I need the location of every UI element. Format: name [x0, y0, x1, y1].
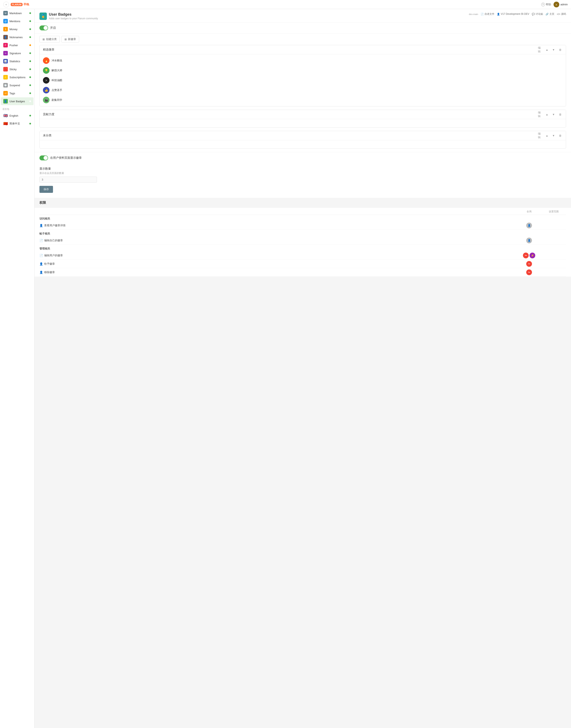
sidebar-label-statistics: Statistics: [9, 60, 20, 63]
home-link[interactable]: 🔗 主页: [546, 12, 554, 16]
edit-category-btn-featured[interactable]: 编辑: [538, 47, 543, 52]
sidebar-item-chinese[interactable]: 🇨🇳 简体中文: [1, 120, 33, 128]
badge-avatar-badge4: 👍: [43, 87, 49, 94]
admin-button[interactable]: a admin: [554, 2, 568, 7]
help-button[interactable]: ? 帮助: [541, 3, 551, 6]
help-label: 帮助: [546, 3, 551, 6]
sidebar-item-user-badges[interactable]: 👤 User Badges: [1, 97, 33, 105]
bottom-section: 在用户资料页面显示徽章: [34, 152, 571, 167]
status-dot-mentions: [29, 20, 31, 22]
dev-link[interactable]: 👤 V17 Development 和 DEV: [497, 12, 529, 16]
status-dot-markdown: [29, 12, 31, 14]
move-down-btn-contribution[interactable]: ▼: [551, 112, 556, 117]
badge-list-featured: 🔥 冲水教练 💡 解惑大师 > 科技油醋 👍 点赞圣手: [40, 54, 566, 106]
perm-circle-edit-user-badge-1[interactable]: ⚡: [530, 253, 535, 258]
flag-icon-chinese: 🇨🇳: [3, 121, 8, 126]
source-icon: </>: [557, 13, 560, 16]
new-badge-button[interactable]: ⊞ 新徽章: [62, 36, 79, 42]
logo-area: FLARUM 早晚: [11, 3, 29, 6]
docs-link[interactable]: 📄 自述文件: [481, 12, 494, 16]
sidebar-item-english[interactable]: 🇬🇧 English: [1, 112, 33, 120]
badge-name-badge2: 解惑大师: [51, 69, 62, 72]
edit-category-btn-contribution[interactable]: 编辑: [538, 112, 543, 117]
sidebar-item-money[interactable]: $ Money: [1, 25, 33, 33]
language-section-label: 语言包: [0, 106, 34, 112]
discuss-link[interactable]: 💬 讨论贴: [532, 12, 543, 16]
admin-label: admin: [561, 3, 568, 6]
perm-global-remove-badge[interactable]: ⛔: [517, 269, 542, 275]
sidebar-item-sticky[interactable]: 📌 Sticky: [1, 65, 33, 73]
home-label: 主页: [549, 12, 554, 16]
status-dot-money: [29, 28, 31, 30]
delete-category-btn-uncategorized[interactable]: 🗑: [558, 133, 563, 138]
perm-circle-icon: ⛔: [528, 262, 531, 265]
profile-toggle[interactable]: [39, 155, 48, 160]
sidebar-icon-money: $: [3, 27, 8, 31]
sidebar-item-tags[interactable]: 🏷 Tags: [1, 89, 33, 97]
content-desc: Adds user badges to your Flarum communit…: [49, 17, 98, 20]
perm-row-label-give-badge: 👤 给予徽章: [39, 262, 517, 266]
perm-circle-view-badges-0[interactable]: 👤: [526, 223, 532, 228]
perm-icon-edit-own-badge: 📄: [39, 239, 43, 242]
back-button[interactable]: ‹: [3, 2, 9, 7]
sidebar-item-markdown[interactable]: M Markdown: [1, 9, 33, 17]
perm-global-view-badges[interactable]: 👤: [517, 223, 542, 228]
perm-row-edit-own-badge: 📄 编辑自己的徽章 👤: [39, 236, 566, 245]
edit-category-btn-uncategorized[interactable]: 编辑: [538, 133, 543, 138]
display-count-input[interactable]: [39, 176, 97, 183]
move-up-btn-featured[interactable]: ▲: [545, 47, 549, 52]
topbar: ‹ FLARUM 早晚 ? 帮助 a admin: [0, 0, 571, 9]
sidebar-item-signature[interactable]: ✏ Signature: [1, 49, 33, 57]
move-down-btn-featured[interactable]: ▼: [551, 47, 556, 52]
perm-circle-remove-badge-0[interactable]: ⛔: [526, 269, 532, 275]
perm-circle-edit-user-badge-0[interactable]: ⛔: [523, 253, 529, 258]
sidebar-label-subscriptions: Subscriptions: [9, 76, 25, 79]
badge-avatar-badge2: 💡: [43, 67, 49, 74]
badge-section-empty-uncategorized: [40, 140, 566, 148]
sidebar-item-mentions[interactable]: @ Mentions: [1, 17, 33, 25]
perm-circle-give-badge-0[interactable]: ⛔: [526, 261, 532, 267]
sidebar-item-nicknames[interactable]: 👤 Nicknames: [1, 33, 33, 41]
delete-category-btn-contribution[interactable]: 🗑: [558, 112, 563, 117]
sidebar-item-subscriptions[interactable]: ⭐ Subscriptions: [1, 73, 33, 81]
content-header: 🏅 User Badges Adds user badges to your F…: [34, 9, 571, 23]
perm-label-edit-own-badge: 编辑自己的徽章: [44, 239, 63, 242]
perm-global-edit-own-badge[interactable]: 👤: [517, 238, 542, 243]
sidebar-item-pusher[interactable]: P Pusher: [1, 41, 33, 49]
move-down-btn-uncategorized[interactable]: ▼: [551, 133, 556, 138]
badge-item-badge3: > 科技油醋: [40, 75, 566, 85]
sidebar-item-statistics[interactable]: 📊 Statistics: [1, 57, 33, 65]
move-up-btn-uncategorized[interactable]: ▲: [545, 133, 549, 138]
sidebar-nav: M Markdown @ Mentions $ Money 👤 Nickname…: [0, 9, 34, 105]
logo-text: 早晚: [23, 3, 29, 6]
sidebar-item-suspend[interactable]: 🕐 Suspend: [1, 81, 33, 89]
new-badge-label: 新徽章: [68, 37, 76, 41]
perm-circle-edit-own-badge-0[interactable]: 👤: [526, 238, 532, 243]
move-up-btn-contribution[interactable]: ▲: [545, 112, 549, 117]
flag-icon-english: 🇬🇧: [3, 113, 8, 118]
sidebar-label-pusher: Pusher: [9, 44, 18, 47]
discuss-icon: 💬: [532, 13, 535, 16]
badge-item-badge5: 🎬 剧集同学: [40, 95, 566, 105]
perm-label-view-badges: 查看用户徽章详情: [44, 224, 66, 227]
perm-global-edit-user-badge[interactable]: ⛔⚡: [517, 253, 542, 258]
source-link[interactable]: </> 源码: [557, 12, 566, 16]
delete-category-btn-featured[interactable]: 🗑: [558, 47, 563, 52]
save-button[interactable]: 保存: [39, 186, 53, 193]
status-dot-tags: [29, 92, 31, 94]
sidebar-icon-tags: 🏷: [3, 91, 8, 96]
create-category-button[interactable]: ⊞ 创建分类: [39, 36, 60, 42]
badge-item-badge4: 👍 点赞圣手: [40, 85, 566, 95]
badge-avatar-badge3: >: [43, 77, 49, 84]
badge-name-badge1: 冲水教练: [51, 59, 62, 63]
perm-global-give-badge[interactable]: ⛔: [517, 261, 542, 267]
badge-categories: 精选微章 编辑 ▲ ▼ 🗑 🔥 冲水教练 💡 解惑大师 > 科技油醋: [34, 45, 571, 149]
badge-section-header-uncategorized: 未分类 编辑 ▲ ▼ 🗑: [40, 131, 566, 140]
main-toggle[interactable]: [39, 25, 48, 30]
main-toggle-row: 开启: [34, 23, 571, 33]
perm-group-title-posts: 帖子相关: [39, 230, 566, 236]
sidebar-label-tags: Tags: [9, 92, 15, 95]
sidebar-icon-user-badges: 👤: [3, 99, 8, 104]
toggle-knob: [43, 26, 48, 30]
create-category-label: 创建分类: [46, 37, 57, 41]
